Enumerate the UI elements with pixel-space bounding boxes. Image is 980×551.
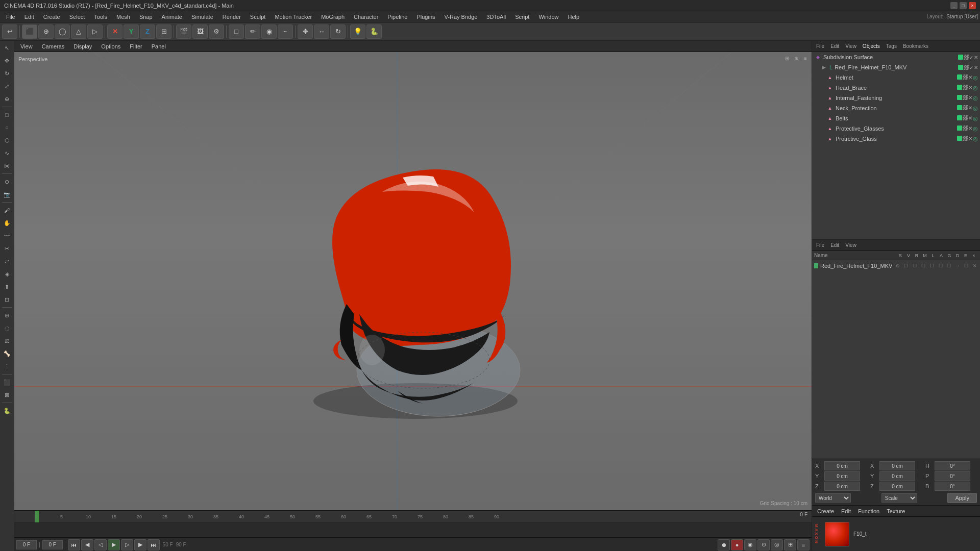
- obj-subdivision-surface[interactable]: ◆ Subdivision Surface ✓ ✕: [812, 52, 980, 62]
- obj-vis-helmet[interactable]: [957, 74, 962, 80]
- viewport-maximize-icon[interactable]: ⊞: [783, 54, 791, 62]
- left-tool-soft[interactable]: ◌: [1, 322, 13, 334]
- viewport[interactable]: Perspective ⊞ ⊕ ≡: [14, 52, 812, 510]
- lower-edit-btn[interactable]: Edit: [828, 241, 841, 249]
- model-mode[interactable]: ⬛: [22, 24, 37, 39]
- left-tool-knife[interactable]: ✂: [1, 242, 13, 255]
- key-mode-button[interactable]: ◉: [744, 539, 756, 550]
- left-tool-nurbs[interactable]: ⋈: [1, 160, 13, 172]
- left-tool-cylinder[interactable]: ⬡: [1, 134, 13, 146]
- menu-sculpt[interactable]: Sculpt: [246, 13, 270, 21]
- render-picture[interactable]: 🖼: [192, 24, 208, 39]
- mat-edit-btn[interactable]: Edit: [838, 507, 854, 515]
- next-frame-button[interactable]: ▶: [134, 539, 146, 550]
- playhead[interactable]: [35, 511, 39, 522]
- obj-protective-glasses[interactable]: ▲ Protective_Glasses ✕ ◎: [812, 123, 980, 134]
- pose-mode-button[interactable]: ◎: [771, 539, 783, 550]
- pose2-mode-button[interactable]: ⊞: [784, 539, 796, 550]
- record-button[interactable]: ⏺: [718, 539, 730, 550]
- left-tool-bevel[interactable]: ◈: [1, 268, 13, 280]
- current-frame-input[interactable]: [42, 540, 63, 549]
- obj-belts[interactable]: ▲ Belts ✕ ◎: [812, 113, 980, 123]
- y-rot-input[interactable]: [879, 471, 915, 481]
- obj-render-dot[interactable]: [964, 55, 969, 60]
- animation-mode[interactable]: ▷: [87, 24, 103, 39]
- obj-render-glass[interactable]: [963, 136, 968, 141]
- obj-render-headbrace[interactable]: [963, 85, 968, 90]
- obj-glasses-x[interactable]: ✕: [968, 126, 972, 132]
- left-tool-cube[interactable]: □: [1, 109, 13, 121]
- menu-select[interactable]: Select: [65, 13, 89, 21]
- menu-script[interactable]: Script: [511, 13, 533, 21]
- left-tool-5[interactable]: ⊕: [1, 93, 13, 105]
- menu-create[interactable]: Create: [39, 13, 64, 21]
- play-button[interactable]: ▶: [108, 539, 120, 550]
- prev-key-button[interactable]: ◁: [94, 539, 107, 550]
- lower-item-helmet[interactable]: Red_Fire_Helmet_F10_MKV ⊙ ☐ ☐ ☐ ☐ ☐ ☐ → …: [812, 260, 980, 271]
- objects-view-btn[interactable]: View: [843, 42, 859, 50]
- obj-vis-dot[interactable]: [958, 55, 963, 60]
- left-tool-sculpt[interactable]: ✋: [1, 217, 13, 229]
- motion-mode-button[interactable]: ⊙: [757, 539, 770, 550]
- viewport-center-icon[interactable]: ⊕: [792, 54, 800, 62]
- obj-render-fastening[interactable]: [963, 95, 968, 100]
- obj-glass-tag[interactable]: ◎: [973, 136, 978, 142]
- edge-mode[interactable]: ✏: [245, 24, 260, 39]
- y-pos-input[interactable]: [824, 471, 860, 481]
- obj-vis-glass[interactable]: [957, 136, 962, 141]
- objects-file-btn[interactable]: File: [814, 42, 826, 50]
- menu-character[interactable]: Character: [350, 13, 382, 21]
- obj-helmet-group[interactable]: ▶ L Red_Fire_Helmet_F10_MKV ✓ ✕: [812, 62, 980, 72]
- render-viewport[interactable]: 🎬: [176, 24, 191, 39]
- auto-key-button[interactable]: ●: [731, 539, 743, 550]
- lower-view-btn[interactable]: View: [843, 241, 859, 249]
- obj-vis-neck[interactable]: [957, 105, 962, 110]
- texture-mode[interactable]: ◯: [55, 24, 70, 39]
- menu-render[interactable]: Render: [218, 13, 245, 21]
- left-tool-loop[interactable]: ⊡: [1, 293, 13, 306]
- obj-vis-headbrace[interactable]: [957, 85, 962, 90]
- obj-fastening-tag[interactable]: ◎: [973, 95, 978, 102]
- minimize-button[interactable]: _: [950, 2, 958, 9]
- viewport-menu-display[interactable]: Display: [69, 42, 96, 51]
- left-tool-rotate[interactable]: ↻: [1, 67, 13, 80]
- menu-pipeline[interactable]: Pipeline: [383, 13, 411, 21]
- left-tool-python[interactable]: 🐍: [1, 405, 13, 417]
- mat-texture-btn[interactable]: Texture: [884, 507, 908, 515]
- obj-glass-x[interactable]: ✕: [968, 136, 972, 142]
- layout-mode-button[interactable]: ≡: [797, 539, 810, 550]
- left-tool-weight[interactable]: ⚖: [1, 335, 13, 347]
- obj-head-brace[interactable]: ▲ Head_Brace ✕ ◎: [812, 83, 980, 93]
- obj-protective-glass[interactable]: ▲ Protrctive_Glass ✕ ◎: [812, 134, 980, 144]
- move-tool[interactable]: ✥: [298, 24, 313, 39]
- obj-render-helmet[interactable]: [963, 74, 968, 80]
- z-pos-input[interactable]: [824, 482, 860, 491]
- obj-vis-belts[interactable]: [957, 115, 962, 120]
- viewport-menu-view[interactable]: View: [16, 42, 37, 51]
- viewport-menu-filter[interactable]: Filter: [126, 42, 146, 51]
- left-tool-texture[interactable]: ⊠: [1, 389, 13, 401]
- viewport-menu-options[interactable]: Options: [97, 42, 125, 51]
- left-tool-joint[interactable]: 🦴: [1, 347, 13, 360]
- left-tool-bridge[interactable]: ⇌: [1, 255, 13, 267]
- obj-belts-tag[interactable]: ◎: [973, 115, 978, 122]
- objects-edit-btn[interactable]: Edit: [828, 42, 841, 50]
- left-tool-light[interactable]: ⊙: [1, 176, 13, 188]
- left-tool-paint[interactable]: 🖌: [1, 204, 13, 216]
- obj-internal-fastening[interactable]: ▲ Internal_Fastening ✕ ◎: [812, 93, 980, 103]
- left-tool-ik[interactable]: ⋮: [1, 360, 13, 372]
- start-frame-input[interactable]: [16, 540, 37, 549]
- obj-helmet-x[interactable]: ✕: [968, 74, 972, 81]
- left-tool-spline[interactable]: ∿: [1, 147, 13, 159]
- obj-neck-x[interactable]: ✕: [968, 105, 972, 112]
- point-mode[interactable]: ◉: [261, 24, 277, 39]
- obj-vis-dot2[interactable]: [958, 65, 963, 70]
- material-thumbnail[interactable]: [825, 522, 849, 546]
- obj-helmet-tag[interactable]: ◎: [973, 74, 978, 81]
- mat-function-btn[interactable]: Function: [855, 507, 883, 515]
- obj-tag2[interactable]: ✕: [974, 65, 978, 70]
- obj-x-icon[interactable]: ✕: [974, 55, 978, 60]
- left-tool-sphere[interactable]: ○: [1, 121, 13, 134]
- render-settings[interactable]: ⚙: [209, 24, 224, 39]
- lower-file-btn[interactable]: File: [814, 241, 826, 249]
